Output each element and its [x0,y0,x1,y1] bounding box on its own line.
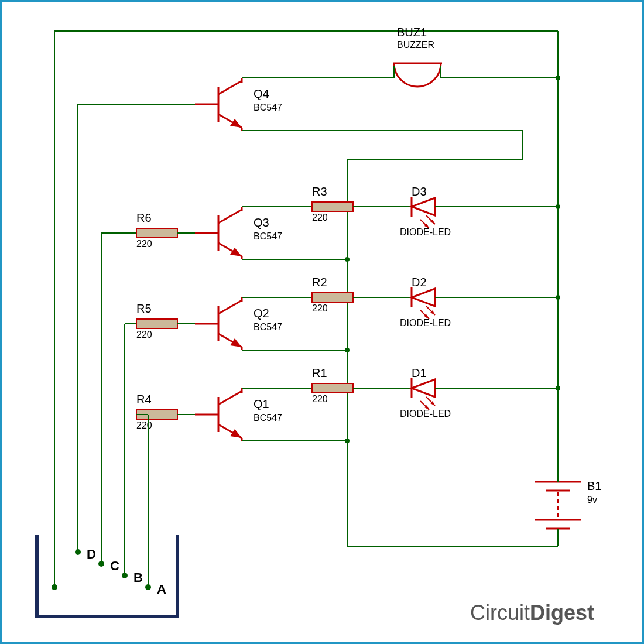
r3-ref: R3 [312,185,327,198]
q4-type: BC547 [254,102,282,112]
svg-marker-54 [412,198,435,215]
buzzer: BUZ1 BUZZER [393,26,442,87]
svg-line-43 [218,210,242,223]
r4-ref: R4 [136,393,152,406]
d2-ref: D2 [412,276,427,289]
q3-ref: Q3 [254,216,269,229]
schematic: B1 9v [19,19,628,628]
svg-point-109 [145,584,151,590]
svg-line-31 [218,81,242,94]
svg-point-86 [122,573,128,578]
q1-type: BC547 [254,413,282,423]
d1-ref: D1 [412,366,427,379]
r5-val: 220 [136,330,152,340]
svg-point-15 [52,584,57,590]
watermark: CircuitDigest [470,601,594,625]
buzzer-ref: BUZ1 [397,26,427,39]
q4-ref: Q4 [254,87,269,100]
svg-rect-49 [136,228,177,238]
circuit-diagram: B1 9v [0,0,644,644]
inner-frame: B1 9v [19,19,625,625]
svg-marker-91 [230,429,242,438]
d2-type: DIODE-LED [400,318,451,328]
transistor-Q4: Q4 BC547 [195,78,282,131]
r2-ref: R2 [312,276,327,289]
svg-marker-33 [230,119,242,128]
q2-type: BC547 [254,322,282,332]
svg-marker-45 [230,248,242,256]
svg-line-66 [218,300,242,314]
r6-val: 220 [136,239,152,249]
r3-val: 220 [312,213,328,222]
battery-ref: B1 [587,479,601,492]
stage-3: Q3 BC547 R6 220 R3 220 [98,185,558,567]
r6-ref: R6 [136,211,152,224]
r1-ref: R1 [312,366,327,379]
svg-marker-77 [412,289,435,306]
svg-rect-72 [136,319,177,328]
svg-point-40 [75,549,81,555]
svg-text:CircuitDigest: CircuitDigest [470,601,594,625]
d3-ref: D3 [412,185,427,198]
r1-val: 220 [312,394,328,404]
r5-ref: R5 [136,302,152,315]
battery: B1 9v [535,464,601,546]
logo-part2: Digest [530,601,594,625]
svg-marker-68 [230,338,242,347]
q3-type: BC547 [254,231,282,241]
probe-B: B [133,570,143,585]
buzzer-type: BUZZER [397,40,434,50]
stage-2: Q2 BC547 R5 220 R2 220 D2 DIODE-LED [122,276,558,578]
q1-ref: Q1 [254,398,269,410]
water-tank [37,535,177,616]
d3-type: DIODE-LED [400,227,451,237]
probe-A: A [157,582,166,597]
svg-line-89 [218,391,242,405]
probe-D: D [87,547,96,561]
d1-type: DIODE-LED [400,409,451,419]
svg-rect-98 [312,383,353,393]
q2-ref: Q2 [254,307,269,320]
logo-part1: Circuit [470,601,530,625]
r4-val: 220 [136,420,152,430]
svg-point-63 [98,561,104,567]
r2-val: 220 [312,303,328,313]
probe-C: C [110,559,119,573]
battery-val: 9v [587,495,597,505]
svg-rect-52 [312,202,353,211]
svg-marker-100 [412,379,435,397]
svg-rect-75 [312,293,353,302]
